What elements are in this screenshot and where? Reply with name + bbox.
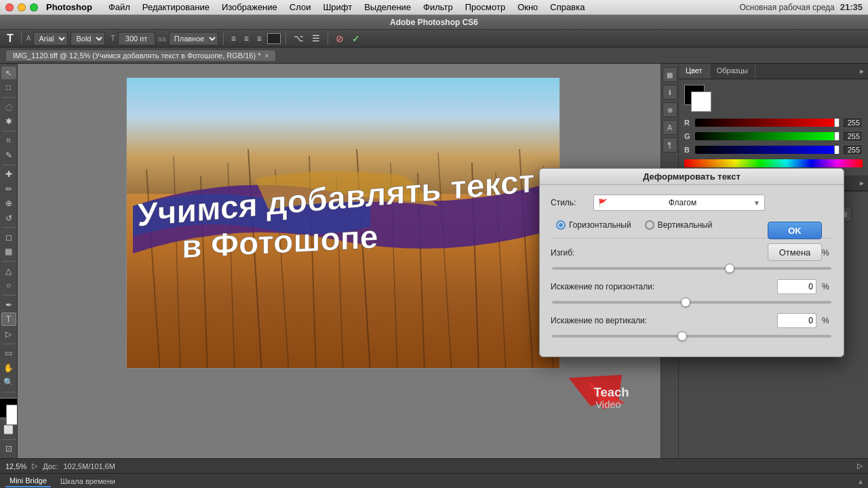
character-icon[interactable]: A	[663, 120, 677, 135]
dodge-tool[interactable]: ○	[1, 279, 16, 292]
quick-mask-tool[interactable]: ⬜	[1, 423, 16, 436]
menu-help[interactable]: Справка	[545, 1, 590, 14]
bg-swatch[interactable]	[691, 92, 711, 112]
color-spectrum[interactable]	[684, 159, 863, 167]
cancel-edits-button[interactable]: ⊘	[333, 32, 347, 45]
timeline-tab[interactable]: Шкала времени	[56, 476, 119, 487]
warp-text-button[interactable]: ⌥	[291, 32, 307, 45]
r-slider[interactable]	[834, 119, 840, 127]
healing-tool[interactable]: ✚	[1, 167, 16, 180]
r-bar[interactable]	[695, 119, 840, 127]
distort-v-label: Искажение по вертикали:	[551, 316, 772, 325]
text-color-swatch[interactable]	[267, 33, 281, 44]
path-select-tool[interactable]: ▷	[1, 327, 16, 340]
menu-edit[interactable]: Редактирование	[137, 1, 215, 14]
g-bar[interactable]	[695, 132, 840, 140]
anti-alias-select[interactable]: Плавное	[169, 32, 218, 45]
hand-tool[interactable]: ✋	[1, 361, 16, 374]
correction-panel-arrow[interactable]: ▸	[856, 176, 868, 190]
pen-tool[interactable]: ✒	[1, 298, 16, 311]
distort-h-input[interactable]	[777, 279, 816, 294]
blur-tool[interactable]: △	[1, 264, 16, 277]
align-center-button[interactable]: ≡	[241, 33, 252, 45]
menu-filter[interactable]: Фильтр	[418, 1, 458, 14]
panel-options-arrow[interactable]: ▸	[856, 64, 868, 79]
menu-layers[interactable]: Слои	[284, 1, 317, 14]
commit-edits-button[interactable]: ✓	[349, 32, 363, 45]
color-swatches[interactable]	[0, 398, 18, 415]
zoom-tool[interactable]: 🔍	[1, 375, 16, 388]
menu-font[interactable]: Шрифт	[317, 1, 357, 14]
vertical-label: Вертикальный	[658, 220, 713, 230]
maximize-button[interactable]	[30, 3, 38, 12]
brush-tool[interactable]: ✏	[1, 182, 16, 195]
font-style-select[interactable]: Bold	[71, 32, 105, 45]
distort-v-slider-track[interactable]	[552, 335, 831, 338]
b-value[interactable]	[842, 144, 863, 155]
document-tab[interactable]: IMG_1120.tiff @ 12,5% (Учимся добавлять …	[5, 49, 276, 61]
history-brush-tool[interactable]: ↺	[1, 211, 16, 224]
menu-image[interactable]: Изображение	[216, 1, 283, 14]
font-family-select[interactable]: Arial	[33, 32, 68, 45]
paragraph-icon[interactable]: ¶	[663, 138, 677, 152]
screen-mode-button[interactable]: ⊡	[1, 443, 16, 455]
move-tool[interactable]: ↖	[1, 66, 16, 79]
close-button[interactable]	[5, 3, 14, 12]
distort-h-slider-track[interactable]	[552, 301, 831, 304]
bend-slider-track[interactable]	[552, 267, 831, 270]
font-size-input[interactable]	[118, 32, 155, 45]
align-right-button[interactable]: ≡	[254, 33, 264, 45]
dialog-title-text: Деформировать текст	[643, 171, 741, 182]
aa-icon: aa	[158, 35, 166, 43]
tab-close-button[interactable]: ×	[264, 52, 269, 60]
character-palette-button[interactable]: ☰	[309, 32, 323, 45]
g-label: G	[684, 132, 692, 140]
eyedropper-tool[interactable]: ✎	[1, 148, 16, 161]
lasso-tool[interactable]: ◌	[1, 100, 16, 113]
tool-separator-8	[2, 392, 16, 392]
quick-select-tool[interactable]: ✱	[1, 115, 16, 127]
distort-v-input[interactable]	[777, 313, 816, 328]
r-value[interactable]	[842, 117, 863, 128]
background-color[interactable]	[6, 405, 18, 425]
text-tool[interactable]: T	[1, 312, 16, 326]
clone-tool[interactable]: ⊕	[1, 197, 16, 209]
distort-v-slider-thumb[interactable]	[677, 331, 687, 341]
g-value[interactable]	[842, 131, 863, 142]
distort-h-slider-thumb[interactable]	[681, 298, 690, 307]
b-label: B	[684, 146, 692, 154]
menu-window[interactable]: Окно	[512, 1, 543, 14]
samples-tab[interactable]: Образцы	[710, 64, 755, 79]
align-left-button[interactable]: ≡	[229, 33, 239, 45]
b-bar[interactable]	[695, 146, 840, 154]
vertical-radio[interactable]: Вертикальный	[645, 220, 713, 230]
style-dropdown-arrow: ▼	[753, 199, 760, 207]
tool-separator-6	[2, 295, 16, 296]
info-icon[interactable]: ℹ	[663, 85, 677, 100]
menu-file[interactable]: Файл	[103, 1, 136, 14]
mini-bridge-tab[interactable]: Mini Bridge	[5, 475, 51, 487]
menu-view[interactable]: Просмотр	[460, 1, 511, 14]
tool-separator-10	[2, 439, 16, 440]
histogram-icon[interactable]: ▦	[663, 67, 677, 82]
minimize-button[interactable]	[18, 3, 26, 12]
color-tab[interactable]: Цвет	[679, 64, 710, 79]
style-select[interactable]: 🚩 Флагом ▼	[593, 195, 765, 211]
gradient-tool[interactable]: ▦	[1, 245, 16, 258]
app-name: Photoshop	[46, 2, 92, 12]
navigator-icon[interactable]: ⊕	[663, 102, 677, 117]
workspace-label: Основная рабочая среда	[739, 3, 834, 12]
bend-slider-thumb[interactable]	[725, 264, 734, 273]
horizontal-radio[interactable]: Горизонтальный	[556, 220, 631, 230]
b-slider[interactable]	[834, 146, 840, 154]
ok-button[interactable]: OK	[768, 222, 822, 239]
color-swatches-panel[interactable]	[684, 85, 711, 112]
g-slider[interactable]	[834, 132, 840, 140]
menu-selection[interactable]: Выделение	[359, 1, 416, 14]
eraser-tool[interactable]: ◻	[1, 230, 16, 243]
crop-tool[interactable]: ⌗	[1, 134, 16, 147]
marquee-tool[interactable]: □	[1, 81, 16, 94]
r-channel-row: R	[684, 117, 863, 128]
shape-tool[interactable]: ▭	[1, 346, 16, 359]
cancel-button[interactable]: Отмена	[768, 243, 822, 261]
